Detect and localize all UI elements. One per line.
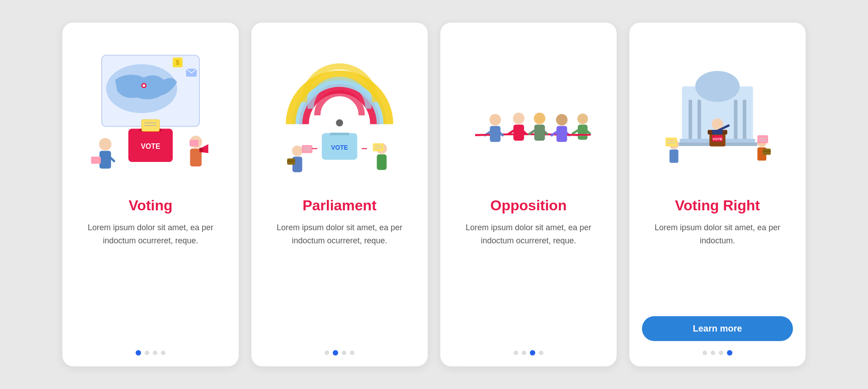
- dot-1: [325, 351, 329, 355]
- dot-4: [350, 351, 354, 355]
- dot-3: [153, 351, 157, 355]
- svg-rect-32: [302, 145, 313, 153]
- card-voting-right-dots: [703, 350, 732, 356]
- svg-rect-30: [287, 158, 295, 165]
- dot-1: [514, 351, 518, 355]
- svg-rect-23: [189, 140, 198, 147]
- card-voting: $ VOTE: [62, 23, 239, 366]
- svg-rect-64: [711, 73, 724, 89]
- svg-text:VOTE: VOTE: [331, 144, 348, 151]
- cards-container: $ VOTE: [44, 5, 824, 384]
- svg-point-56: [577, 114, 588, 124]
- card-voting-right-title: Voting Right: [675, 197, 760, 214]
- card-voting-right: VOTE: [629, 23, 806, 366]
- svg-point-28: [292, 146, 303, 157]
- svg-point-24: [336, 119, 343, 127]
- dot-2: [522, 351, 526, 355]
- svg-point-44: [513, 113, 525, 124]
- svg-text:VOTE: VOTE: [712, 137, 722, 141]
- svg-rect-66: [698, 100, 701, 140]
- card-opposition-dots: [514, 350, 543, 356]
- svg-text:$: $: [176, 59, 179, 66]
- opposition-illustration: [453, 36, 604, 190]
- dot-1: [703, 351, 707, 355]
- svg-point-15: [99, 138, 112, 151]
- svg-rect-68: [743, 100, 746, 140]
- card-opposition-body: Lorem ipsum dolor sit amet, ea per indoc…: [453, 221, 604, 341]
- card-opposition: Opposition Lorem ipsum dolor sit amet, e…: [440, 23, 617, 366]
- card-parliament-title: Parliament: [302, 197, 377, 214]
- card-voting-title: Voting: [128, 197, 172, 214]
- dot-2: [711, 351, 715, 355]
- svg-rect-19: [91, 157, 101, 164]
- svg-rect-36: [377, 154, 387, 170]
- svg-point-48: [556, 114, 568, 126]
- dot-1: [136, 350, 141, 356]
- dot-3: [530, 350, 535, 356]
- svg-rect-80: [665, 138, 677, 147]
- card-voting-right-body: Lorem ipsum dolor sit amet, ea per indoc…: [642, 221, 793, 311]
- card-voting-dots: [136, 350, 165, 356]
- card-parliament-body: Lorem ipsum dolor sit amet, ea per indoc…: [264, 221, 415, 341]
- card-parliament-dots: [325, 350, 354, 356]
- dot-4: [539, 351, 543, 355]
- svg-point-52: [534, 113, 546, 124]
- svg-rect-85: [763, 149, 771, 155]
- card-opposition-title: Opposition: [491, 197, 567, 214]
- dot-4: [161, 351, 165, 355]
- dot-3: [342, 351, 346, 355]
- svg-text:VOTE: VOTE: [141, 142, 160, 150]
- svg-point-40: [490, 114, 501, 126]
- voting-illustration: $ VOTE: [75, 36, 226, 190]
- voting-right-illustration: VOTE: [642, 36, 793, 190]
- svg-rect-67: [734, 100, 737, 140]
- svg-rect-27: [330, 133, 349, 135]
- svg-rect-22: [199, 148, 203, 152]
- card-voting-body: Lorem ipsum dolor sit amet, ea per indoc…: [75, 221, 226, 341]
- svg-rect-87: [757, 135, 768, 143]
- card-parliament: VOTE: [251, 23, 428, 366]
- svg-rect-79: [670, 150, 679, 163]
- learn-more-button[interactable]: Learn more: [642, 316, 793, 341]
- dot-4: [727, 350, 732, 356]
- svg-rect-65: [689, 100, 692, 140]
- svg-rect-37: [373, 143, 384, 152]
- parliament-illustration: VOTE: [264, 36, 415, 190]
- svg-point-3: [142, 84, 145, 87]
- dot-2: [145, 351, 149, 355]
- dot-2: [333, 350, 338, 356]
- dot-3: [719, 351, 723, 355]
